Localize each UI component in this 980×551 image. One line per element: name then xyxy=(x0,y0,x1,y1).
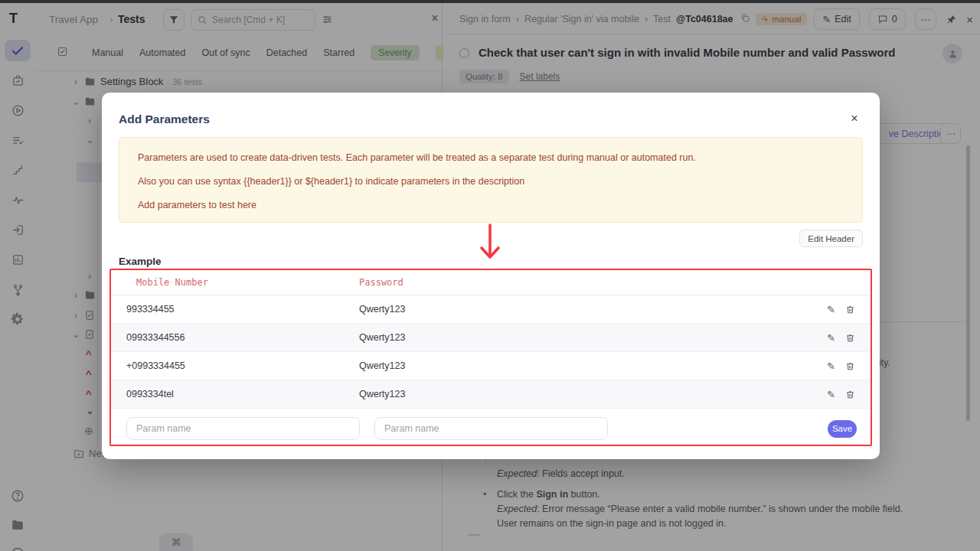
add-parameters-modal: Add Parameters × Parameters are used to … xyxy=(102,93,880,459)
table-header-row: Mobile Number Password xyxy=(111,270,871,295)
delete-row-icon[interactable] xyxy=(845,390,855,399)
cell-password: Qwerty123 xyxy=(359,360,827,371)
param-name-input-2[interactable] xyxy=(374,417,608,440)
example-label: Example xyxy=(119,256,162,267)
table-row: 993334455 Qwerty123 ✎ xyxy=(111,295,871,324)
modal-title: Add Parameters xyxy=(119,112,210,126)
table-row: 09933344556 Qwerty123 ✎ xyxy=(111,324,871,352)
info-box: Parameters are used to create data-drive… xyxy=(119,137,863,223)
cell-mobile-number: +0993334455 xyxy=(111,360,359,371)
edit-row-icon[interactable]: ✎ xyxy=(827,360,835,372)
info-line-3: Add parameters to test here xyxy=(138,199,844,211)
table-row: 0993334tel Qwerty123 ✎ xyxy=(111,380,871,409)
table-row: +0993334455 Qwerty123 ✎ xyxy=(111,352,871,380)
column-header-password: Password xyxy=(359,277,871,288)
info-line-1: Parameters are used to create data-drive… xyxy=(138,152,844,164)
column-header-mobile-number: Mobile Number xyxy=(111,277,359,288)
edit-row-icon[interactable]: ✎ xyxy=(827,389,835,400)
edit-row-icon[interactable]: ✎ xyxy=(827,332,835,344)
annotation-arrow-down xyxy=(479,223,501,266)
cell-password: Qwerty123 xyxy=(359,332,827,343)
param-name-input-1[interactable] xyxy=(126,417,360,440)
cell-password: Qwerty123 xyxy=(359,389,827,399)
parameters-table-highlight: Mobile Number Password 993334455 Qwerty1… xyxy=(109,269,872,446)
delete-row-icon[interactable] xyxy=(845,333,855,343)
cell-mobile-number: 09933344556 xyxy=(111,332,359,343)
delete-row-icon[interactable] xyxy=(845,305,855,315)
edit-header-button[interactable]: Edit Header xyxy=(799,230,863,247)
edit-row-icon[interactable]: ✎ xyxy=(827,304,835,315)
cell-mobile-number: 993334455 xyxy=(111,304,359,315)
add-parameter-row: Save xyxy=(111,409,871,448)
save-button[interactable]: Save xyxy=(828,420,857,438)
delete-row-icon[interactable] xyxy=(845,361,855,371)
info-line-2: Also you can use syntax {{header1}} or $… xyxy=(138,175,844,187)
cell-password: Qwerty123 xyxy=(359,304,827,315)
modal-close-button[interactable]: × xyxy=(848,112,861,126)
cell-mobile-number: 0993334tel xyxy=(111,389,359,399)
